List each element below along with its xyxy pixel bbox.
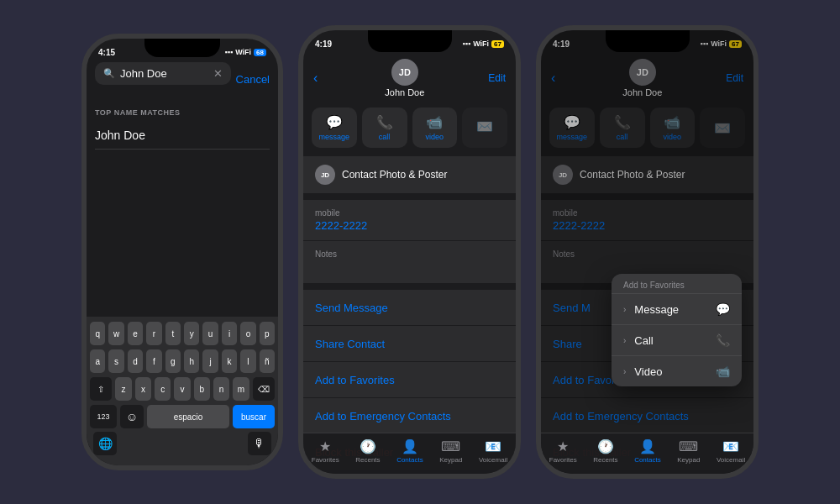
key-m[interactable]: m bbox=[233, 377, 249, 401]
key-j[interactable]: j bbox=[202, 349, 218, 373]
notes-label-2: Notes bbox=[315, 249, 504, 259]
key-q[interactable]: q bbox=[90, 322, 105, 345]
key-t[interactable]: t bbox=[165, 322, 181, 345]
key-w[interactable]: w bbox=[108, 322, 123, 345]
key-n[interactable]: n bbox=[213, 377, 229, 401]
key-i[interactable]: i bbox=[222, 322, 237, 345]
notch-2 bbox=[368, 30, 452, 52]
tab-voicemail-2[interactable]: 📧 Voicemail bbox=[479, 438, 507, 464]
message-action-2[interactable]: 💬 message bbox=[312, 108, 357, 148]
key-x[interactable]: x bbox=[135, 377, 151, 401]
phone-3: 4:19 ▪▪▪ WiFi 67 ‹ JD John Doe Edit 💬 me… bbox=[536, 25, 759, 479]
back-button-2[interactable]: ‹ bbox=[313, 71, 318, 86]
key-g[interactable]: g bbox=[165, 349, 181, 373]
search-bar[interactable]: 🔍 John Doe ✕ bbox=[95, 62, 231, 85]
contact-poster-2[interactable]: JD Contact Photo & Poster bbox=[303, 156, 516, 193]
search-key[interactable]: buscar bbox=[233, 405, 275, 428]
key-o[interactable]: o bbox=[240, 322, 255, 345]
key-f[interactable]: f bbox=[146, 349, 161, 373]
key-h[interactable]: h bbox=[184, 349, 199, 373]
num-key[interactable]: 123 bbox=[90, 405, 117, 428]
cancel-button[interactable]: Cancel bbox=[236, 73, 270, 86]
popover-message-text: Message bbox=[634, 303, 679, 316]
key-u[interactable]: u bbox=[202, 322, 218, 345]
kb-globe-row: 🌐 🎙 bbox=[90, 428, 275, 455]
action-buttons-2: 💬 message 📞 call 📹 video ✉️ bbox=[303, 102, 516, 156]
call-action-2[interactable]: 📞 call bbox=[362, 108, 407, 148]
video-action-2[interactable]: 📹 video bbox=[412, 108, 458, 148]
tab-recents-3[interactable]: 🕐 Recents bbox=[593, 438, 617, 464]
search-input-value: John Doe bbox=[120, 67, 208, 80]
phone-row-2: mobile 2222-2222 bbox=[303, 200, 516, 240]
phone-label-2: mobile bbox=[315, 208, 504, 218]
popover-message-item[interactable]: › Message 💬 bbox=[612, 293, 742, 324]
shift-key[interactable]: ⇧ bbox=[90, 377, 112, 401]
poster-avatar-2: JD bbox=[315, 165, 335, 185]
tab-keypad-2[interactable]: ⌨ Keypad bbox=[439, 438, 462, 464]
video-icon-2: 📹 bbox=[426, 114, 443, 130]
add-emergency-text-2: Add to Emergency Contacts bbox=[315, 410, 451, 423]
key-l[interactable]: l bbox=[240, 349, 255, 373]
wifi-1: WiFi bbox=[235, 48, 251, 56]
contact-header-2: ‹ JD John Doe Edit bbox=[303, 54, 516, 102]
contacts-icon-2: 👤 bbox=[402, 438, 418, 454]
key-r[interactable]: r bbox=[146, 322, 161, 345]
popover-video-item[interactable]: › Video 📹 bbox=[612, 355, 742, 386]
key-a[interactable]: a bbox=[90, 349, 105, 373]
phone-value-2[interactable]: 2222-2222 bbox=[315, 219, 504, 232]
tab-voicemail-3[interactable]: 📧 Voicemail bbox=[717, 438, 745, 464]
popover-title: Add to Favorites bbox=[612, 274, 742, 293]
search-area: 🔍 John Doe ✕ Cancel TOP NAME MATCHES Joh… bbox=[87, 62, 278, 150]
chevron-call-icon: › bbox=[623, 336, 626, 345]
key-y[interactable]: y bbox=[184, 322, 199, 345]
tab-contacts-2[interactable]: 👤 Contacts bbox=[396, 438, 423, 464]
clear-icon[interactable]: ✕ bbox=[213, 67, 223, 80]
tab-favorites-2[interactable]: ★ Favorites bbox=[312, 438, 339, 464]
call-label-2: call bbox=[379, 133, 391, 141]
key-p[interactable]: p bbox=[260, 322, 275, 345]
key-k[interactable]: k bbox=[222, 349, 237, 373]
recents-label-2: Recents bbox=[355, 456, 380, 464]
tab-recents-2[interactable]: 🕐 Recents bbox=[355, 438, 380, 464]
tab-favorites-3[interactable]: ★ Favorites bbox=[549, 438, 577, 464]
share-contact-2[interactable]: Share Contact bbox=[303, 326, 516, 361]
popover-call-item[interactable]: › Call 📞 bbox=[612, 324, 742, 355]
backspace-key[interactable]: ⌫ bbox=[253, 377, 275, 401]
time-2: 4:19 bbox=[315, 39, 332, 49]
space-key[interactable]: espacio bbox=[147, 405, 229, 428]
time-1: 4:15 bbox=[98, 48, 115, 57]
edit-button-2[interactable]: Edit bbox=[488, 72, 506, 84]
key-v[interactable]: v bbox=[174, 377, 190, 401]
contact-name-2: John Doe bbox=[385, 87, 424, 97]
mic-key[interactable]: 🎙 bbox=[248, 432, 271, 455]
key-c[interactable]: c bbox=[155, 377, 171, 401]
signal-2: ▪▪▪ bbox=[463, 39, 471, 48]
chevron-message-icon: › bbox=[623, 305, 626, 314]
key-z[interactable]: z bbox=[115, 377, 131, 401]
add-favorites-2[interactable]: Add to Favorites bbox=[303, 362, 516, 397]
key-b[interactable]: b bbox=[194, 377, 210, 401]
tab-contacts-3[interactable]: 👤 Contacts bbox=[634, 438, 661, 464]
tab-keypad-3[interactable]: ⌨ Keypad bbox=[677, 438, 700, 464]
key-s[interactable]: s bbox=[108, 349, 123, 373]
globe-key[interactable]: 🌐 bbox=[93, 432, 117, 455]
favorites-icon-2: ★ bbox=[319, 438, 331, 454]
contacts-label-2: Contacts bbox=[396, 456, 423, 464]
add-emergency-2[interactable]: Add to Emergency Contacts bbox=[303, 398, 516, 433]
search-result-john-doe[interactable]: John Doe bbox=[95, 122, 270, 150]
key-d[interactable]: d bbox=[128, 349, 143, 373]
key-n-tilde[interactable]: ñ bbox=[260, 349, 275, 373]
share-contact-text-2: Share Contact bbox=[315, 338, 385, 350]
keyboard-row-3: ⇧ z x c v b n m ⌫ bbox=[90, 377, 275, 401]
send-message-2[interactable]: Send Message bbox=[303, 290, 516, 325]
emoji-key[interactable]: ☺ bbox=[120, 405, 144, 428]
keyboard-bottom-row: 123 ☺ espacio buscar bbox=[90, 405, 275, 428]
keypad-label-3: Keypad bbox=[677, 456, 700, 464]
key-e[interactable]: e bbox=[128, 322, 143, 345]
tab-bar-2: ★ Favorites 🕐 Recents 👤 Contacts ⌨ Keypa… bbox=[303, 433, 516, 474]
popover-call-text: Call bbox=[634, 334, 653, 347]
tab-bar-3: ★ Favorites 🕐 Recents 👤 Contacts ⌨ Keypa… bbox=[541, 433, 753, 474]
voicemail-label-2: Voicemail bbox=[479, 456, 507, 464]
search-icon: 🔍 bbox=[103, 68, 115, 79]
avatar-2: JD bbox=[391, 59, 418, 86]
